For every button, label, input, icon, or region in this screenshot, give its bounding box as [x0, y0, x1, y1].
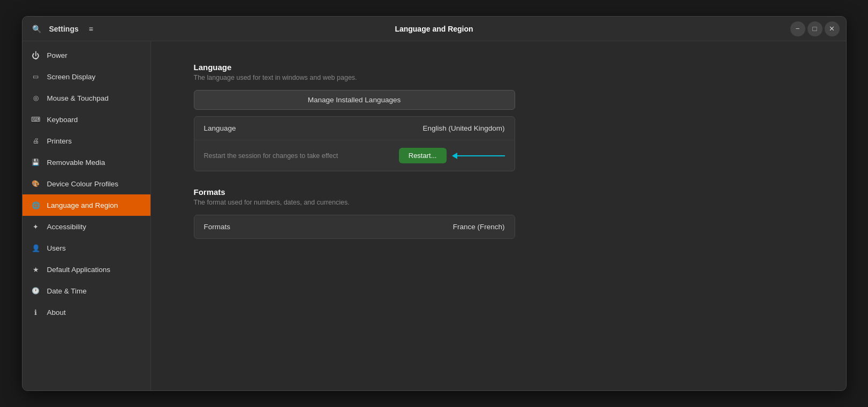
- formats-section-title: Formats: [194, 187, 803, 197]
- colour-profiles-icon: 🎨: [31, 179, 41, 189]
- titlebar: 🔍 Settings ≡ Language and Region − □ ✕: [22, 17, 846, 41]
- language-section-title: Language: [194, 63, 803, 72]
- sidebar-item-printers[interactable]: 🖨 Printers: [22, 130, 150, 152]
- screen-display-icon: ▭: [31, 72, 41, 81]
- restart-controls: Restart...: [399, 148, 505, 163]
- sidebar-item-label: Printers: [47, 137, 72, 145]
- formats-label: Formats: [204, 223, 231, 231]
- formats-value: France (French): [453, 223, 505, 231]
- formats-section: Formats The format used for numbers, dat…: [194, 187, 803, 239]
- main-window: 🔍 Settings ≡ Language and Region − □ ✕ ⏻…: [22, 16, 847, 391]
- sidebar-item-label: Date & Time: [47, 287, 87, 295]
- sidebar-item-users[interactable]: 👤 Users: [22, 237, 150, 259]
- sidebar-item-label: Screen Display: [47, 73, 96, 81]
- restart-row: Restart the session for changes to take …: [194, 140, 515, 171]
- restart-button[interactable]: Restart...: [399, 148, 447, 163]
- sidebar: ⏻ Power ▭ Screen Display ◎ Mouse & Touch…: [22, 41, 151, 390]
- window-controls: − □ ✕: [733, 21, 840, 36]
- titlebar-left: 🔍 Settings ≡: [29, 21, 136, 37]
- sidebar-item-label: Users: [47, 244, 66, 252]
- language-row: Language English (United Kingdom): [194, 117, 515, 140]
- sidebar-item-label: Mouse & Touchpad: [47, 94, 109, 102]
- sidebar-item-power[interactable]: ⏻ Power: [22, 44, 150, 66]
- sidebar-item-label: Removable Media: [47, 159, 105, 167]
- menu-button[interactable]: ≡: [83, 21, 99, 37]
- language-section: Language The language used for text in w…: [194, 63, 803, 171]
- sidebar-item-keyboard[interactable]: ⌨ Keyboard: [22, 109, 150, 130]
- search-button[interactable]: 🔍: [29, 21, 45, 37]
- close-button[interactable]: ✕: [825, 21, 840, 36]
- sidebar-item-mouse-touchpad[interactable]: ◎ Mouse & Touchpad: [22, 87, 150, 109]
- formats-row: Formats France (French): [194, 215, 515, 238]
- sidebar-item-removable-media[interactable]: 💾 Removable Media: [22, 152, 150, 173]
- about-icon: ℹ: [31, 307, 41, 317]
- window-title: Language and Region: [136, 25, 733, 33]
- printers-icon: 🖨: [31, 136, 41, 146]
- sidebar-item-label: Default Applications: [47, 266, 111, 274]
- users-icon: 👤: [31, 243, 41, 253]
- restart-text: Restart the session for changes to take …: [204, 152, 338, 160]
- sidebar-item-label: Language and Region: [47, 201, 118, 209]
- language-label: Language: [204, 124, 236, 132]
- removable-media-icon: 💾: [31, 157, 41, 167]
- arrow-line: [457, 155, 505, 156]
- formats-info-card: Formats France (French): [194, 215, 515, 239]
- sidebar-item-label: Keyboard: [47, 116, 78, 124]
- sidebar-item-accessibility[interactable]: ✦ Accessibility: [22, 216, 150, 237]
- app-name: Settings: [49, 25, 79, 33]
- sidebar-item-label: Device Colour Profiles: [47, 180, 119, 188]
- formats-section-subtitle: The format used for numbers, dates, and …: [194, 199, 803, 206]
- default-apps-icon: ★: [31, 265, 41, 274]
- minimize-button[interactable]: −: [790, 21, 805, 36]
- sidebar-item-label: Power: [47, 51, 67, 59]
- language-icon: 🌐: [31, 200, 41, 210]
- language-info-card: Language English (United Kingdom) Restar…: [194, 116, 515, 171]
- mouse-icon: ◎: [31, 93, 41, 103]
- power-icon: ⏻: [31, 50, 41, 60]
- sidebar-item-label: Accessibility: [47, 223, 87, 231]
- sidebar-item-about[interactable]: ℹ About: [22, 302, 150, 323]
- arrow-annotation: [452, 153, 505, 159]
- maximize-button[interactable]: □: [807, 21, 822, 36]
- main-content: Language The language used for text in w…: [151, 41, 846, 390]
- sidebar-item-default-applications[interactable]: ★ Default Applications: [22, 259, 150, 280]
- keyboard-icon: ⌨: [31, 115, 41, 124]
- accessibility-icon: ✦: [31, 222, 41, 231]
- sidebar-item-device-colour-profiles[interactable]: 🎨 Device Colour Profiles: [22, 173, 150, 194]
- content-area: ⏻ Power ▭ Screen Display ◎ Mouse & Touch…: [22, 41, 846, 390]
- sidebar-item-language-region[interactable]: 🌐 Language and Region: [22, 194, 150, 216]
- language-value: English (United Kingdom): [422, 124, 504, 132]
- sidebar-item-date-time[interactable]: 🕐 Date & Time: [22, 280, 150, 302]
- language-section-subtitle: The language used for text in windows an…: [194, 74, 803, 81]
- date-time-icon: 🕐: [31, 286, 41, 296]
- manage-installed-languages-button[interactable]: Manage Installed Languages: [194, 90, 515, 110]
- sidebar-item-screen-display[interactable]: ▭ Screen Display: [22, 66, 150, 87]
- sidebar-item-label: About: [47, 308, 66, 316]
